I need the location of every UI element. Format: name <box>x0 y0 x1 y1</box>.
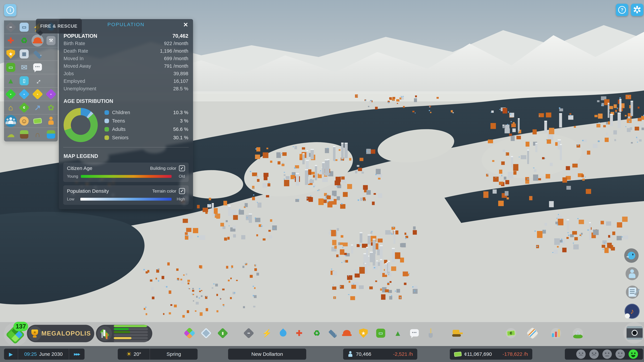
happiness-face-icon <box>616 350 625 359</box>
game-date: June 2030 <box>39 351 62 357</box>
happiness[interactable]: ☺ <box>18 115 30 127</box>
zones[interactable] <box>184 327 196 339</box>
moon-icon <box>625 313 630 319</box>
zones-residential[interactable]: ▪ <box>5 88 17 100</box>
money-widget[interactable]: ¢11,067,690 -178,622 /h <box>450 349 532 360</box>
statistics[interactable]: ↗ <box>32 102 44 114</box>
time-controls: ▶ 09:25 June 2030 ▶▶▶ <box>4 349 84 360</box>
infoviews-panel: ┅ ▭ ⚡ ✚ ♻ <box>4 20 58 141</box>
person-icon <box>348 351 353 357</box>
help-button[interactable]: ? <box>616 4 628 16</box>
age-legend-row: Adults 56.6 % <box>104 125 188 133</box>
landscaping[interactable] <box>425 327 437 339</box>
play-button[interactable]: ▶ <box>4 351 18 357</box>
parks-recreation[interactable]: ▲ <box>392 327 404 339</box>
communications[interactable]: ••• <box>408 327 420 339</box>
education[interactable] <box>32 48 44 60</box>
legend-name: Population Density <box>67 188 109 194</box>
stat-label: Birth Rate <box>64 41 85 46</box>
happiness-face-icon <box>576 350 586 359</box>
infoviews-button[interactable]: i <box>4 4 16 16</box>
progression[interactable]: ⌂ <box>572 327 584 339</box>
stat-row: Death Rate 1,196 /month <box>64 47 188 55</box>
temperature: 20° <box>134 351 141 357</box>
money-rate: -178,622 /h <box>502 351 528 357</box>
roads[interactable]: ┅ <box>5 21 17 33</box>
workplaces[interactable] <box>45 115 57 127</box>
tourism[interactable]: ▯ <box>18 75 30 87</box>
age-legend-row: Seniors 30.1 % <box>104 134 188 141</box>
transportation[interactable]: ▭ <box>375 327 387 339</box>
zones-commercial[interactable]: ▪ <box>18 88 30 100</box>
healthcare[interactable]: ✚ <box>5 34 17 46</box>
garbage[interactable]: ♻ <box>311 327 323 339</box>
weather-widget[interactable]: ☀ 20° Spring <box>118 349 198 360</box>
checkbox[interactable]: ✓ <box>179 188 185 194</box>
stat-value: 28.5 % <box>173 86 188 91</box>
stat-label: Employed <box>64 78 85 84</box>
areas[interactable] <box>200 327 212 339</box>
checkbox[interactable]: ✓ <box>179 165 185 171</box>
chirper-button[interactable] <box>624 248 639 263</box>
water-sewage[interactable] <box>277 327 289 339</box>
outside-connections[interactable]: ↔ <box>32 75 44 87</box>
close-icon[interactable]: ✕ <box>182 21 189 28</box>
administration[interactable]: ▦ <box>18 48 30 60</box>
age-distribution-donut <box>64 108 98 142</box>
journal-button[interactable] <box>626 286 639 299</box>
air-pollution[interactable]: ☁ <box>5 128 17 140</box>
economy[interactable] <box>32 115 44 127</box>
tooltip-fire-rescue: FIRE & RESCUE <box>36 19 82 33</box>
public-transport[interactable]: ▭ <box>18 21 30 33</box>
roads[interactable]: ┅ <box>243 327 255 339</box>
stat-row: Unemployment 28.5 % <box>64 85 188 92</box>
speed-button[interactable]: ▶▶▶ <box>69 352 84 356</box>
maintenance[interactable]: ⚒ <box>45 34 57 46</box>
age-legend-row: Children 10.3 % <box>104 109 188 116</box>
zones-industrial[interactable]: ▪ <box>32 88 44 100</box>
followed-citizens-button[interactable] <box>626 267 639 280</box>
city-name: New Dollarton <box>252 351 283 357</box>
city-name-pill[interactable]: New Dollarton <box>228 349 306 360</box>
happiness-widget[interactable] <box>565 349 643 360</box>
settings-button[interactable]: ✱ <box>631 4 643 16</box>
stat-row: Moved In 699 /month <box>64 55 188 62</box>
demand-fill <box>114 325 147 327</box>
gradient-bar <box>80 198 172 201</box>
fire-rescue[interactable] <box>341 327 353 339</box>
radio-button[interactable]: ♪ <box>624 304 640 319</box>
map-overview[interactable] <box>526 327 538 339</box>
healthcare[interactable]: ✚ <box>293 327 305 339</box>
photo-mode-button[interactable] <box>626 326 643 340</box>
post[interactable]: ✉ <box>18 61 30 73</box>
police[interactable]: ★ <box>358 327 370 339</box>
parks-recreation[interactable]: ▲ <box>5 75 17 87</box>
zones-office[interactable]: ▪ <box>45 88 57 100</box>
police[interactable]: ★ <box>5 48 17 60</box>
greenery[interactable]: ✿ <box>45 102 57 114</box>
info-icon: i <box>6 6 14 14</box>
gradient-bar <box>81 175 172 178</box>
transportation[interactable]: ▭ <box>5 61 17 73</box>
bulldozer[interactable] <box>451 327 463 339</box>
milestone-badge[interactable]: 137 <box>4 323 28 346</box>
legend-swatch <box>104 135 109 140</box>
education[interactable] <box>327 327 339 339</box>
economy[interactable]: ¢ <box>505 327 517 339</box>
population-widget[interactable]: 70,466 -2,521 /h <box>343 349 417 360</box>
signature-buildings[interactable]: ▮ <box>217 327 229 339</box>
age-distribution-title: AGE DISTRIBUTION <box>64 98 188 104</box>
electricity[interactable]: ⚡ <box>261 327 273 339</box>
land-value[interactable]: ¢ <box>18 102 30 114</box>
happiness-face-icon <box>602 350 612 359</box>
communications[interactable]: ••• <box>32 61 44 73</box>
housing[interactable]: ⌂ <box>5 102 17 114</box>
fire-rescue[interactable] <box>32 34 44 46</box>
statistics[interactable] <box>550 327 562 339</box>
population[interactable] <box>5 115 17 127</box>
garbage[interactable]: ♻ <box>18 34 30 46</box>
water-pollution[interactable] <box>45 128 57 140</box>
ground-pollution[interactable] <box>18 128 30 140</box>
legend-label: Children <box>112 110 130 115</box>
noise-pollution[interactable]: ∩ <box>32 128 44 140</box>
